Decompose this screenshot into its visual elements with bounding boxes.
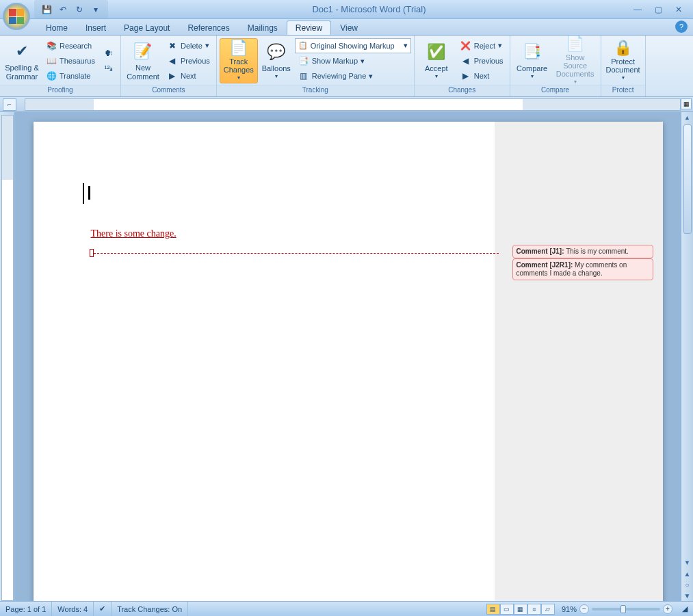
draft-view-button[interactable]: ▱: [541, 604, 555, 615]
web-layout-view-button[interactable]: ▦: [514, 604, 527, 615]
browse-prev-button[interactable]: ▲: [681, 568, 693, 579]
display-for-review-dropdown[interactable]: 📋 Original Showing Markup▾: [295, 38, 411, 53]
zoom-slider[interactable]: [592, 608, 660, 611]
reviewing-pane-button[interactable]: ▥Reviewing Pane▾: [295, 69, 411, 83]
close-button[interactable]: ✕: [671, 4, 686, 15]
previous-icon: ◀: [167, 55, 178, 66]
status-words[interactable]: Words: 4: [52, 602, 94, 616]
protect-document-button[interactable]: 🔒 Protect Document▾: [604, 38, 642, 83]
outline-view-button[interactable]: ≡: [527, 604, 541, 615]
comment-text: This is my comment.: [566, 247, 629, 255]
source-docs-icon: 📄: [564, 36, 586, 52]
protect-icon: 🔒: [612, 40, 634, 56]
minimize-button[interactable]: —: [630, 4, 645, 15]
zoom-level[interactable]: 91%: [562, 605, 577, 613]
research-button[interactable]: 📚Research: [42, 38, 99, 53]
maximize-button[interactable]: ▢: [651, 4, 666, 15]
comment-label: Comment [J2R1]:: [517, 261, 573, 269]
zoom-controls: 91% − +: [558, 604, 677, 614]
qat-customize[interactable]: ▾: [89, 3, 103, 16]
group-tracking: 📄 Track Changes▾ 💬 Balloons▾ 📋 Original …: [217, 36, 415, 96]
group-proofing: ✔ Spelling & Grammar 📚Research 📖Thesauru…: [0, 36, 121, 96]
ribbon: ✔ Spelling & Grammar 📚Research 📖Thesauru…: [0, 36, 693, 97]
tab-review[interactable]: Review: [287, 21, 331, 35]
status-proofing[interactable]: ✔: [94, 602, 112, 616]
group-label-protect: Protect: [601, 85, 645, 96]
translate-button[interactable]: 🌐Translate: [42, 68, 99, 83]
help-button[interactable]: ?: [675, 21, 688, 33]
status-page[interactable]: Page: 1 of 1: [0, 602, 52, 616]
new-comment-button[interactable]: 📝 New Comment: [124, 38, 162, 83]
document-canvas[interactable]: There is some change. Comment [J1]: This…: [15, 112, 681, 601]
previous-comment-button[interactable]: ◀Previous: [164, 53, 213, 68]
reject-icon: ❌: [460, 40, 471, 51]
track-changes-button[interactable]: 📄 Track Changes▾: [220, 38, 258, 83]
balloons-icon: 💬: [265, 41, 287, 63]
proofing-icon: ✔: [99, 604, 105, 613]
zoom-slider-knob[interactable]: [620, 605, 626, 613]
window-title: Doc1 - Microsoft Word (Trial): [108, 4, 630, 14]
redo-button[interactable]: ↻: [73, 3, 86, 16]
group-label-compare: Compare: [510, 85, 601, 96]
title-bar: 💾 ↶ ↻ ▾ Doc1 - Microsoft Word (Trial) — …: [0, 0, 693, 19]
zoom-out-button[interactable]: −: [579, 604, 589, 614]
text-cursor: [88, 186, 90, 200]
tab-view[interactable]: View: [331, 21, 367, 35]
ruler-toggle[interactable]: ▦: [681, 98, 692, 109]
quick-access-toolbar: 💾 ↶ ↻ ▾: [34, 0, 108, 18]
group-label-tracking: Tracking: [217, 85, 414, 96]
next-comment-button[interactable]: ▶Next: [164, 68, 213, 83]
scroll-down-button[interactable]: ▼: [681, 557, 693, 568]
next-change-icon: ▶: [460, 70, 471, 81]
previous-change-button[interactable]: ◀Previous: [457, 53, 507, 68]
accept-button[interactable]: ✅ Accept▾: [417, 38, 456, 83]
tab-page-layout[interactable]: Page Layout: [115, 21, 179, 35]
vertical-ruler-container: [0, 112, 15, 601]
show-source-documents-button[interactable]: 📄 Show Source Documents▾: [553, 38, 598, 83]
status-track-changes[interactable]: Track Changes: On: [112, 602, 188, 616]
balloons-button[interactable]: 💬 Balloons▾: [259, 38, 293, 83]
tab-home[interactable]: Home: [37, 21, 77, 35]
undo-button[interactable]: ↶: [56, 3, 70, 16]
wordcount-icon: ¹²₃: [103, 63, 114, 74]
browse-next-button[interactable]: ▼: [681, 590, 693, 601]
horizontal-ruler-bar: ⌐ ▦: [0, 97, 693, 112]
select-browse-object-button[interactable]: ○: [681, 579, 693, 590]
comment-balloon-1[interactable]: Comment [J1]: This is my comment.: [512, 245, 653, 258]
comment-connector-line: [94, 253, 499, 254]
spelling-grammar-button[interactable]: ✔ Spelling & Grammar: [3, 38, 41, 83]
reject-button[interactable]: ❌Reject▾: [457, 38, 507, 53]
compare-button[interactable]: 📑 Compare▾: [513, 38, 551, 83]
change-indicator-bar: [83, 183, 84, 204]
tab-mailings[interactable]: Mailings: [239, 21, 287, 35]
vertical-ruler[interactable]: [1, 115, 14, 601]
tab-selector[interactable]: ⌐: [3, 98, 16, 111]
group-protect: 🔒 Protect Document▾ Protect: [601, 36, 646, 96]
horizontal-ruler[interactable]: [25, 98, 681, 111]
scroll-up-button[interactable]: ▲: [681, 112, 693, 123]
tab-references[interactable]: References: [179, 21, 238, 35]
accept-icon: ✅: [426, 41, 447, 63]
thesaurus-button[interactable]: 📖Thesaurus: [42, 53, 99, 68]
group-label-changes: Changes: [415, 85, 510, 96]
tracked-insertion-text[interactable]: There is some change.: [91, 228, 176, 239]
tab-insert[interactable]: Insert: [77, 21, 115, 35]
delete-comment-button[interactable]: ✖Delete▾: [164, 38, 213, 53]
office-button[interactable]: [3, 3, 30, 30]
spellcheck-icon: ✔: [11, 40, 33, 62]
comment-balloon-2[interactable]: Comment [J2R1]: My comments on comments …: [512, 258, 653, 280]
zoom-in-button[interactable]: +: [663, 604, 672, 614]
previous-change-icon: ◀: [460, 55, 471, 66]
next-change-button[interactable]: ▶Next: [457, 68, 507, 83]
print-layout-view-button[interactable]: ▤: [486, 604, 500, 615]
group-changes: ✅ Accept▾ ❌Reject▾ ◀Previous ▶Next Chang…: [415, 36, 510, 96]
resize-grip[interactable]: ◢: [677, 602, 693, 616]
track-changes-icon: 📄: [228, 40, 250, 56]
scroll-thumb[interactable]: [683, 124, 692, 234]
set-language-button[interactable]: 🗣: [100, 46, 118, 60]
full-screen-reading-view-button[interactable]: ▭: [500, 604, 514, 615]
word-count-button[interactable]: ¹²₃: [100, 61, 118, 75]
show-markup-button[interactable]: 📑Show Markup▾: [295, 54, 411, 68]
vertical-scrollbar[interactable]: ▲ ▼ ▲ ○ ▼: [681, 112, 693, 601]
save-button[interactable]: 💾: [40, 3, 53, 16]
